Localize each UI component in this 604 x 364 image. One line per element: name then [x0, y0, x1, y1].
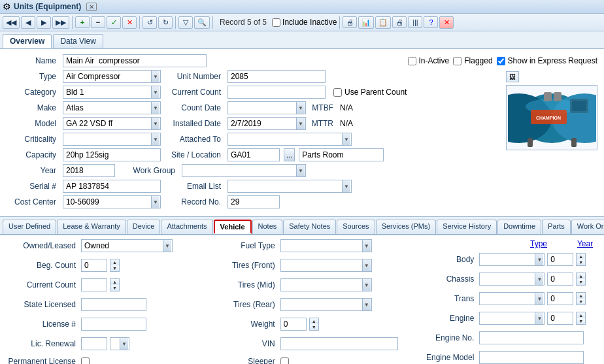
sleeper-checkbox[interactable] — [280, 357, 289, 365]
body-year-down[interactable]: ▼ — [577, 259, 585, 265]
make-select[interactable]: Atlas — [63, 101, 161, 114]
weight-spinner[interactable]: ▲ ▼ — [309, 318, 319, 331]
site-dots-button[interactable]: ... — [284, 148, 295, 161]
tab-parts[interactable]: Parts — [542, 220, 571, 234]
engine-year-spinner[interactable]: ▲ ▼ — [576, 312, 586, 325]
trans-year-up[interactable]: ▲ — [577, 293, 585, 299]
weight-down[interactable]: ▼ — [310, 324, 318, 330]
delete-button[interactable]: − — [91, 16, 105, 28]
current-count-up[interactable]: ▲ — [110, 279, 119, 285]
name-input[interactable] — [63, 54, 207, 67]
tab-device[interactable]: Device — [127, 220, 161, 234]
trans-year-down[interactable]: ▼ — [577, 299, 585, 305]
capacity-input[interactable] — [63, 148, 161, 161]
close-button[interactable]: ✕ — [86, 3, 97, 11]
serial-input[interactable] — [63, 180, 161, 193]
tab-sources[interactable]: Sources — [337, 220, 375, 234]
state-licensed-input[interactable] — [81, 298, 146, 311]
type-column-header[interactable]: Type — [506, 239, 571, 248]
close2-button[interactable]: ✕ — [439, 16, 454, 29]
tab-attachments[interactable]: Attachments — [161, 220, 212, 234]
type-select[interactable]: Air Compressor — [63, 70, 161, 83]
body-year-input[interactable] — [547, 253, 573, 266]
current-count-input[interactable] — [227, 86, 326, 99]
chassis-select[interactable] — [479, 273, 545, 286]
add-button[interactable]: + — [75, 16, 90, 28]
current-count-spinner[interactable]: ▲ ▼ — [110, 278, 120, 291]
unit-number-input[interactable] — [227, 70, 326, 83]
chassis-year-down[interactable]: ▼ — [577, 279, 585, 285]
search-button[interactable]: 🔍 — [194, 16, 210, 29]
use-parent-count-checkbox[interactable]: Use Parent Count — [333, 88, 407, 97]
tab-lease-warranty[interactable]: Lease & Warranty — [57, 220, 126, 234]
weight-input[interactable] — [280, 318, 307, 331]
icon2-button[interactable]: 📊 — [358, 16, 374, 29]
record-no-input[interactable] — [227, 195, 280, 208]
body-year-up[interactable]: ▲ — [577, 254, 585, 259]
criticality-select[interactable] — [63, 133, 161, 146]
show-express-checkbox[interactable]: Show in Express Request — [497, 56, 597, 65]
first-record-button[interactable]: ◀◀ — [3, 16, 20, 29]
tires-rear-select[interactable] — [280, 298, 372, 311]
permanent-license-checkbox[interactable] — [81, 357, 90, 365]
chassis-year-input[interactable] — [547, 273, 573, 286]
refresh2-button[interactable]: ↻ — [158, 16, 173, 29]
year-input[interactable] — [63, 164, 115, 177]
beg-count-down[interactable]: ▼ — [110, 265, 119, 271]
engine-year-down[interactable]: ▼ — [577, 318, 585, 324]
include-inactive-checkbox[interactable]: Include Inactive — [272, 18, 337, 27]
engine-model-input[interactable] — [479, 351, 584, 364]
parts-room-input[interactable] — [299, 148, 384, 161]
inactive-checkbox[interactable]: In-Active — [408, 56, 450, 65]
trans-select[interactable] — [479, 292, 545, 305]
last-record-button[interactable]: ▶▶ — [52, 16, 69, 29]
tab-work-orders[interactable]: Work Orders — [571, 220, 604, 234]
engine-no-input[interactable] — [479, 331, 584, 344]
site-input[interactable] — [227, 148, 280, 161]
help-button[interactable]: ? — [424, 16, 438, 28]
attached-to-select[interactable] — [227, 133, 352, 146]
engine-year-input[interactable] — [547, 312, 573, 325]
filter-button[interactable]: ▽ — [178, 16, 193, 29]
vin-input[interactable] — [280, 337, 398, 350]
owned-leased-select[interactable]: Owned — [81, 239, 173, 252]
flagged-checkbox[interactable]: Flagged — [453, 56, 492, 65]
fuel-type-select[interactable] — [280, 239, 372, 252]
tab-notes[interactable]: Notes — [252, 220, 283, 234]
tab-safety-notes[interactable]: Safety Notes — [283, 220, 336, 234]
chassis-year-spinner[interactable]: ▲ ▼ — [576, 273, 586, 286]
prev-record-button[interactable]: ◀ — [21, 16, 35, 29]
tires-front-select[interactable] — [280, 259, 372, 272]
weight-up[interactable]: ▲ — [310, 318, 318, 324]
tab-services-pms[interactable]: Services (PMs) — [376, 220, 437, 234]
lic-renewal-select[interactable] — [110, 337, 129, 350]
beg-count-up[interactable]: ▲ — [110, 259, 119, 265]
confirm-button[interactable]: ✓ — [107, 16, 121, 29]
body-select[interactable] — [479, 253, 545, 266]
engine-year-up[interactable]: ▲ — [577, 312, 585, 318]
tab-overview[interactable]: Overview — [3, 34, 52, 48]
category-select[interactable]: Bld 1 — [63, 86, 161, 99]
beg-count-spinner[interactable]: ▲ ▼ — [110, 259, 120, 272]
next-record-button[interactable]: ▶ — [37, 16, 51, 29]
icon1-button[interactable]: 🖨 — [343, 16, 357, 28]
trans-year-spinner[interactable]: ▲ ▼ — [576, 292, 586, 305]
icon3-button[interactable]: 📋 — [375, 16, 391, 29]
engine-select[interactable] — [479, 312, 545, 325]
beg-count-input[interactable] — [81, 259, 107, 272]
email-list-select[interactable] — [227, 180, 352, 193]
cancel-button[interactable]: ✕ — [122, 16, 137, 29]
lic-renewal-input[interactable] — [81, 337, 107, 350]
tab-user-defined[interactable]: User Defined — [3, 220, 56, 234]
refresh1-button[interactable]: ↺ — [143, 16, 157, 29]
trans-year-input[interactable] — [547, 292, 573, 305]
tab-dataview[interactable]: Data View — [53, 34, 103, 48]
vehicle-current-count-input[interactable] — [81, 278, 107, 291]
tab-downtime[interactable]: Downtime — [497, 220, 541, 234]
year-column-header[interactable]: Year — [575, 239, 595, 248]
image-button[interactable]: 🖼 — [506, 71, 519, 82]
tab-service-history[interactable]: Service History — [437, 220, 497, 234]
work-group-select[interactable] — [182, 164, 306, 177]
license-num-input[interactable] — [81, 318, 146, 331]
count-date-select[interactable] — [227, 101, 306, 114]
